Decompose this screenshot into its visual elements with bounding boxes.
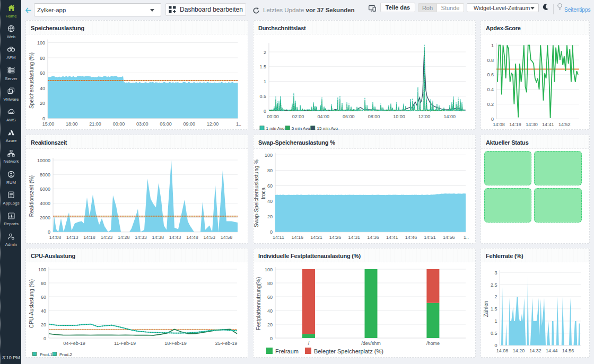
svg-text:/home: /home: [426, 341, 440, 346]
svg-text:20: 20: [40, 101, 45, 106]
svg-text:14:28: 14:28: [118, 235, 130, 240]
svg-text:0: 0: [491, 117, 494, 122]
svg-text:20: 20: [267, 214, 273, 219]
svg-text:Speicherauslastung (%): Speicherauslastung (%): [29, 52, 34, 109]
svg-text:0: 0: [270, 336, 273, 341]
svg-text:Freiraum: Freiraum: [275, 348, 299, 354]
svg-text:14:56: 14:56: [562, 348, 574, 353]
svg-text:10000: 10000: [37, 158, 50, 163]
svg-text:6000: 6000: [40, 187, 50, 192]
svg-text:18-Feb-19: 18-Feb-19: [164, 341, 187, 346]
svg-text:100: 100: [38, 267, 46, 272]
svg-text:80: 80: [267, 168, 273, 173]
svg-text:15:00: 15:00: [42, 121, 55, 127]
svg-text:60: 60: [40, 70, 45, 76]
svg-text:14:20: 14:20: [513, 348, 525, 353]
svg-text:0: 0: [43, 336, 46, 341]
svg-text:15 min Avg: 15 min Avg: [317, 126, 338, 130]
svg-text:0.8: 0.8: [487, 58, 494, 63]
svg-text:100: 100: [265, 267, 273, 272]
svg-text:14:18: 14:18: [83, 235, 95, 240]
svg-text:14:41: 14:41: [386, 235, 398, 240]
svg-text:21:00: 21:00: [89, 121, 101, 127]
svg-text:14:43: 14:43: [169, 235, 181, 240]
svg-text:0: 0: [42, 116, 45, 121]
svg-text:40: 40: [40, 86, 45, 91]
svg-text:CPU-Auslastung (%): CPU-Auslastung (%): [29, 279, 34, 328]
svg-text:14:33: 14:33: [135, 235, 147, 240]
svg-text:25-Feb-19: 25-Feb-19: [215, 341, 238, 346]
svg-text:2000: 2000: [40, 215, 50, 220]
svg-text:14:53: 14:53: [203, 235, 215, 240]
svg-text:3: 3: [494, 270, 497, 276]
svg-text:0.6: 0.6: [487, 72, 494, 77]
svg-text:1: 1: [264, 79, 266, 84]
svg-text:14:58: 14:58: [221, 235, 233, 240]
svg-text:00:00: 00:00: [267, 114, 279, 119]
svg-text:18:00: 18:00: [66, 121, 78, 127]
svg-text:100: 100: [265, 153, 273, 158]
svg-text:Belegter Speicherplatz (%): Belegter Speicherplatz (%): [314, 348, 383, 354]
svg-text:14:26: 14:26: [329, 235, 342, 240]
svg-text:14:48: 14:48: [186, 235, 198, 240]
svg-text:Festplattennutzung(%): Festplattennutzung(%): [256, 277, 261, 331]
svg-text:2.5: 2.5: [491, 282, 497, 288]
svg-text:12:00: 12:00: [207, 121, 219, 127]
svg-text:09:00: 09:00: [184, 121, 196, 127]
svg-text:1.5: 1.5: [491, 306, 497, 312]
svg-text:1.5: 1.5: [259, 64, 266, 69]
svg-text:Reaktionszeit (%): Reaktionszeit (%): [29, 175, 34, 217]
svg-text:08:00: 08:00: [368, 114, 380, 119]
svg-text:14:08: 14:08: [496, 348, 509, 353]
svg-text:Prod-2: Prod-2: [59, 352, 73, 357]
svg-text:0: 0: [270, 229, 273, 235]
svg-text:06:00: 06:00: [343, 114, 355, 119]
svg-text:06:00: 06:00: [160, 121, 172, 127]
svg-text:14:00: 14:00: [443, 114, 456, 119]
svg-text:03:00: 03:00: [136, 121, 148, 127]
svg-text:1..: 1..: [236, 121, 241, 127]
svg-text:20: 20: [267, 322, 273, 327]
svg-text:14:23: 14:23: [101, 235, 113, 240]
svg-text:100: 100: [37, 40, 45, 46]
svg-text:80: 80: [40, 56, 45, 61]
svg-text:14:31: 14:31: [348, 235, 361, 240]
svg-text:/dev/shm: /dev/shm: [361, 341, 381, 346]
svg-text:8000: 8000: [40, 172, 50, 177]
svg-text:0: 0: [494, 343, 497, 348]
svg-text:1: 1: [491, 43, 494, 48]
svg-text:0: 0: [48, 229, 50, 235]
svg-text:60: 60: [267, 295, 273, 300]
svg-text:14:08: 14:08: [49, 235, 62, 240]
svg-text:14:38: 14:38: [152, 235, 164, 240]
svg-text:02:00: 02:00: [292, 114, 304, 119]
svg-text:10:00: 10:00: [393, 114, 405, 119]
svg-text:0.5: 0.5: [491, 331, 497, 336]
svg-text:12:00: 12:00: [418, 114, 431, 119]
svg-text:14:44: 14:44: [546, 348, 558, 353]
svg-text:14:51: 14:51: [424, 235, 436, 240]
svg-text:0.2: 0.2: [487, 102, 494, 107]
svg-text:5 min Avg: 5 min Avg: [292, 126, 310, 130]
svg-text:60: 60: [41, 295, 46, 300]
svg-text:80: 80: [41, 281, 46, 286]
svg-text:14:32: 14:32: [529, 348, 541, 353]
svg-text:60: 60: [267, 183, 273, 189]
svg-text:14:19: 14:19: [509, 122, 521, 127]
svg-text:Swap-Speicherauslastung %: Swap-Speicherauslastung %: [254, 159, 259, 227]
svg-text:14:41: 14:41: [542, 122, 554, 127]
svg-text:14:11: 14:11: [273, 235, 284, 240]
svg-text:14:16: 14:16: [291, 235, 303, 240]
svg-text:14:36: 14:36: [367, 235, 379, 240]
svg-text:2: 2: [264, 50, 266, 55]
svg-text:40: 40: [267, 199, 273, 204]
svg-text:14:30: 14:30: [526, 122, 538, 127]
svg-text:11-Feb-19: 11-Feb-19: [114, 341, 136, 346]
svg-text:2: 2: [494, 294, 497, 299]
svg-text:14:52: 14:52: [558, 122, 571, 127]
svg-text:20: 20: [41, 322, 46, 327]
svg-text:04-Feb-19: 04-Feb-19: [63, 341, 85, 346]
svg-text:40: 40: [41, 308, 46, 314]
svg-text:14:08: 14:08: [493, 122, 505, 127]
svg-text:/: /: [308, 341, 310, 346]
